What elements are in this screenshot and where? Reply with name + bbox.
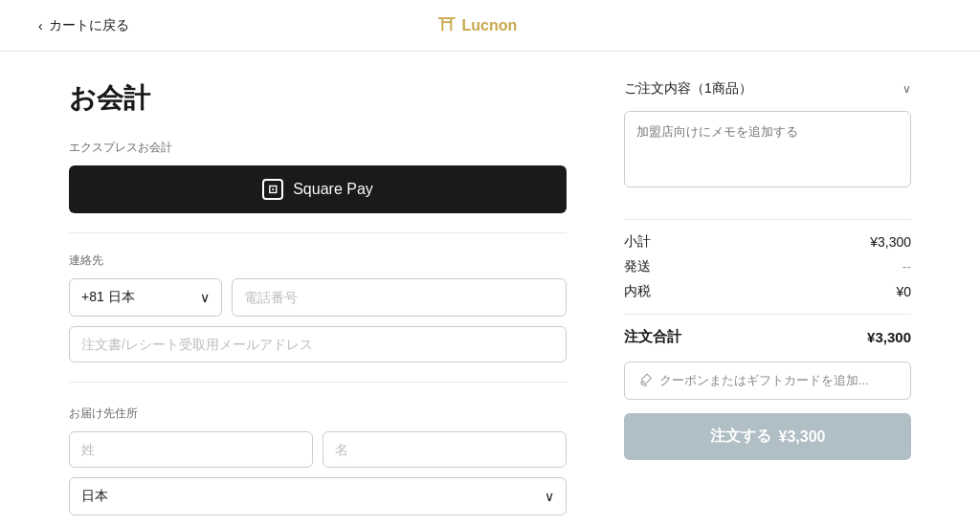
page-header: ‹ カートに戻る ⛩ Lucnon xyxy=(0,0,980,52)
email-input[interactable] xyxy=(69,326,567,362)
back-label: カートに戻る xyxy=(49,17,129,34)
subtotal-value: ¥3,300 xyxy=(870,234,911,250)
main-layout: お会計 エクスプレスお会計 ⊡ Square Pay 連絡先 +81 日本 ∨ xyxy=(31,52,949,526)
last-name-input[interactable] xyxy=(69,431,313,468)
express-label: エクスプレスお会計 xyxy=(69,140,567,156)
country-select-chevron-icon: ∨ xyxy=(545,489,554,504)
square-icon: ⊡ xyxy=(262,179,283,200)
first-name-input[interactable] xyxy=(323,431,567,468)
square-pay-label: Square Pay xyxy=(293,181,373,198)
order-btn-label: 注文する xyxy=(710,427,771,447)
contact-label: 連絡先 xyxy=(69,252,567,269)
shipping-value: -- xyxy=(902,259,911,274)
price-divider-2 xyxy=(624,314,911,315)
address-label: お届け先住所 xyxy=(69,405,567,422)
order-button[interactable]: 注文する ¥3,300 xyxy=(624,413,911,460)
right-column: ご注文内容（1商品） ∨ 小計 ¥3,300 発送 -- 内税 ¥0 注文合計 … xyxy=(624,80,911,515)
memo-textarea[interactable] xyxy=(624,111,911,187)
phone-country-value: +81 日本 xyxy=(81,289,135,306)
contact-section: 連絡先 +81 日本 ∨ xyxy=(69,252,567,362)
order-summary-chevron-icon: ∨ xyxy=(902,82,911,96)
square-pay-button[interactable]: ⊡ Square Pay xyxy=(69,165,567,213)
total-row: 注文合計 ¥3,300 xyxy=(624,328,911,346)
name-row xyxy=(69,431,567,468)
coupon-tag-icon: 🏷 xyxy=(635,370,655,390)
order-btn-price: ¥3,300 xyxy=(779,428,826,446)
divider-2 xyxy=(69,382,567,383)
country-chevron-icon: ∨ xyxy=(200,290,210,305)
phone-number-input[interactable] xyxy=(232,278,567,317)
country-value: 日本 xyxy=(81,488,108,505)
logo-icon: ⛩ xyxy=(438,15,456,35)
shipping-label: 発送 xyxy=(624,258,651,275)
price-divider-1 xyxy=(624,219,911,220)
order-summary-header[interactable]: ご注文内容（1商品） ∨ xyxy=(624,80,911,111)
tax-row: 内税 ¥0 xyxy=(624,283,911,300)
tax-value: ¥0 xyxy=(896,284,911,299)
total-label: 注文合計 xyxy=(624,328,681,346)
left-column: お会計 エクスプレスお会計 ⊡ Square Pay 連絡先 +81 日本 ∨ xyxy=(69,80,567,515)
back-chevron-icon: ‹ xyxy=(38,18,43,33)
total-value: ¥3,300 xyxy=(867,329,911,345)
logo-area: ⛩ Lucnon xyxy=(438,15,517,35)
tax-label: 内税 xyxy=(624,283,651,300)
page-title: お会計 xyxy=(69,80,567,117)
phone-row: +81 日本 ∨ xyxy=(69,278,567,317)
coupon-label: クーポンまたはギフトカードを追加... xyxy=(659,372,869,389)
order-summary-title: ご注文内容（1商品） xyxy=(624,80,752,98)
logo-text: Lucnon xyxy=(461,17,517,34)
address-section: お届け先住所 日本 ∨ xyxy=(69,405,567,515)
shipping-row: 発送 -- xyxy=(624,258,911,275)
country-select[interactable]: 日本 ∨ xyxy=(69,477,567,515)
express-checkout-section: エクスプレスお会計 ⊡ Square Pay xyxy=(69,140,567,213)
subtotal-label: 小計 xyxy=(624,233,651,251)
phone-country-select[interactable]: +81 日本 ∨ xyxy=(69,278,222,317)
back-link[interactable]: ‹ カートに戻る xyxy=(38,17,129,34)
coupon-button[interactable]: 🏷 クーポンまたはギフトカードを追加... xyxy=(624,362,911,400)
subtotal-row: 小計 ¥3,300 xyxy=(624,233,911,251)
divider-1 xyxy=(69,232,567,233)
